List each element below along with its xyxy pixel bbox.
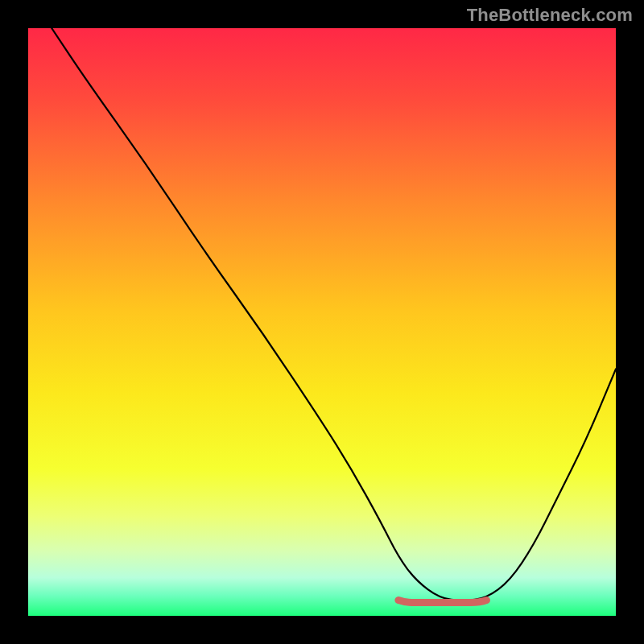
- chart-frame: [28, 28, 616, 616]
- gradient-background: [28, 28, 616, 616]
- optimal-region-marker: [398, 601, 487, 603]
- bottleneck-chart: [28, 28, 616, 616]
- watermark-text: TheBottleneck.com: [467, 5, 633, 26]
